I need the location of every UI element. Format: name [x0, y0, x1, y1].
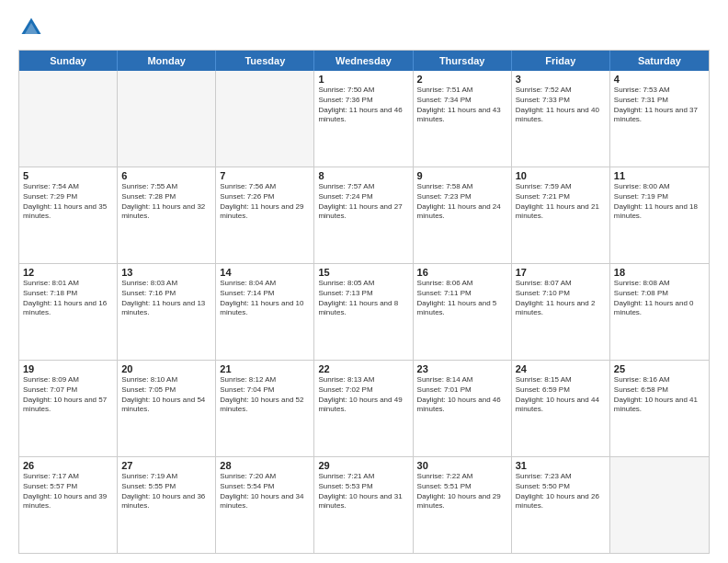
day-number: 11 [614, 170, 705, 181]
day-cell: 14Sunrise: 8:04 AM Sunset: 7:14 PM Dayli… [216, 264, 314, 360]
calendar-row: 12Sunrise: 8:01 AM Sunset: 7:18 PM Dayli… [19, 263, 709, 360]
day-cell: 16Sunrise: 8:06 AM Sunset: 7:11 PM Dayli… [414, 264, 512, 360]
day-number: 24 [516, 363, 606, 374]
day-cell: 11Sunrise: 8:00 AM Sunset: 7:19 PM Dayli… [610, 167, 709, 263]
day-number: 3 [516, 74, 606, 85]
day-info: Sunrise: 7:50 AM Sunset: 7:36 PM Dayligh… [318, 86, 408, 125]
day-number: 22 [318, 363, 408, 374]
day-info: Sunrise: 7:21 AM Sunset: 5:53 PM Dayligh… [318, 472, 408, 511]
day-info: Sunrise: 8:15 AM Sunset: 6:59 PM Dayligh… [516, 375, 606, 415]
day-cell: 23Sunrise: 8:14 AM Sunset: 7:01 PM Dayli… [414, 361, 512, 456]
day-info: Sunrise: 7:17 AM Sunset: 5:57 PM Dayligh… [23, 472, 113, 511]
day-cell: 28Sunrise: 7:20 AM Sunset: 5:54 PM Dayli… [216, 457, 314, 553]
day-cell: 30Sunrise: 7:22 AM Sunset: 5:51 PM Dayli… [414, 457, 512, 553]
page: SundayMondayTuesdayWednesdayThursdayFrid… [0, 0, 728, 563]
day-info: Sunrise: 8:05 AM Sunset: 7:13 PM Dayligh… [318, 279, 408, 318]
day-number: 5 [23, 170, 113, 181]
day-info: Sunrise: 8:00 AM Sunset: 7:19 PM Dayligh… [614, 182, 705, 222]
day-number: 18 [614, 267, 705, 278]
weekday-header: Saturday [610, 51, 709, 71]
day-cell: 22Sunrise: 8:13 AM Sunset: 7:02 PM Dayli… [314, 361, 413, 456]
day-info: Sunrise: 8:08 AM Sunset: 7:08 PM Dayligh… [614, 279, 705, 318]
day-cell: 20Sunrise: 8:10 AM Sunset: 7:05 PM Dayli… [118, 361, 216, 456]
day-info: Sunrise: 7:22 AM Sunset: 5:51 PM Dayligh… [417, 472, 507, 511]
calendar: SundayMondayTuesdayWednesdayThursdayFrid… [18, 50, 710, 554]
day-cell: 5Sunrise: 7:54 AM Sunset: 7:29 PM Daylig… [19, 167, 118, 263]
calendar-row: 19Sunrise: 8:09 AM Sunset: 7:07 PM Dayli… [19, 360, 709, 456]
day-cell: 29Sunrise: 7:21 AM Sunset: 5:53 PM Dayli… [314, 457, 413, 553]
day-info: Sunrise: 7:54 AM Sunset: 7:29 PM Dayligh… [23, 182, 113, 222]
logo [18, 15, 48, 40]
day-number: 29 [318, 460, 408, 471]
day-info: Sunrise: 8:01 AM Sunset: 7:18 PM Dayligh… [23, 279, 113, 318]
day-cell: 26Sunrise: 7:17 AM Sunset: 5:57 PM Dayli… [19, 457, 118, 553]
empty-cell [118, 71, 216, 167]
day-cell: 8Sunrise: 7:57 AM Sunset: 7:24 PM Daylig… [314, 167, 413, 263]
day-info: Sunrise: 7:51 AM Sunset: 7:34 PM Dayligh… [417, 86, 507, 125]
weekday-header: Wednesday [314, 51, 413, 71]
day-number: 10 [516, 170, 606, 181]
header [18, 15, 710, 40]
day-info: Sunrise: 8:06 AM Sunset: 7:11 PM Dayligh… [417, 279, 507, 318]
day-cell: 1Sunrise: 7:50 AM Sunset: 7:36 PM Daylig… [314, 71, 413, 167]
day-number: 8 [318, 170, 408, 181]
day-number: 16 [417, 267, 507, 278]
day-cell: 7Sunrise: 7:56 AM Sunset: 7:26 PM Daylig… [216, 167, 314, 263]
day-number: 1 [318, 74, 408, 85]
day-number: 27 [121, 460, 211, 471]
logo-icon [18, 15, 44, 40]
day-number: 26 [23, 460, 113, 471]
day-info: Sunrise: 7:52 AM Sunset: 7:33 PM Dayligh… [516, 86, 606, 125]
calendar-row: 5Sunrise: 7:54 AM Sunset: 7:29 PM Daylig… [19, 167, 709, 263]
day-number: 20 [121, 363, 211, 374]
day-number: 2 [417, 74, 507, 85]
day-number: 15 [318, 267, 408, 278]
day-info: Sunrise: 7:53 AM Sunset: 7:31 PM Dayligh… [614, 86, 705, 125]
day-info: Sunrise: 7:23 AM Sunset: 5:50 PM Dayligh… [516, 472, 606, 511]
day-cell: 9Sunrise: 7:58 AM Sunset: 7:23 PM Daylig… [414, 167, 512, 263]
day-info: Sunrise: 8:16 AM Sunset: 6:58 PM Dayligh… [614, 375, 705, 415]
day-info: Sunrise: 7:55 AM Sunset: 7:28 PM Dayligh… [121, 182, 211, 222]
day-info: Sunrise: 8:14 AM Sunset: 7:01 PM Dayligh… [417, 375, 507, 415]
calendar-row: 26Sunrise: 7:17 AM Sunset: 5:57 PM Dayli… [19, 456, 709, 553]
day-info: Sunrise: 8:09 AM Sunset: 7:07 PM Dayligh… [23, 375, 113, 415]
day-info: Sunrise: 8:03 AM Sunset: 7:16 PM Dayligh… [121, 279, 211, 318]
day-info: Sunrise: 7:59 AM Sunset: 7:21 PM Dayligh… [516, 182, 606, 222]
day-cell: 31Sunrise: 7:23 AM Sunset: 5:50 PM Dayli… [512, 457, 610, 553]
day-number: 13 [121, 267, 211, 278]
day-number: 23 [417, 363, 507, 374]
day-cell: 6Sunrise: 7:55 AM Sunset: 7:28 PM Daylig… [118, 167, 216, 263]
day-info: Sunrise: 8:10 AM Sunset: 7:05 PM Dayligh… [121, 375, 211, 415]
weekday-header: Tuesday [216, 51, 314, 71]
empty-cell [610, 457, 709, 553]
calendar-body: 1Sunrise: 7:50 AM Sunset: 7:36 PM Daylig… [19, 71, 709, 553]
day-cell: 4Sunrise: 7:53 AM Sunset: 7:31 PM Daylig… [610, 71, 709, 167]
day-cell: 12Sunrise: 8:01 AM Sunset: 7:18 PM Dayli… [19, 264, 118, 360]
day-cell: 3Sunrise: 7:52 AM Sunset: 7:33 PM Daylig… [512, 71, 610, 167]
day-cell: 2Sunrise: 7:51 AM Sunset: 7:34 PM Daylig… [414, 71, 512, 167]
day-number: 4 [614, 74, 705, 85]
day-number: 12 [23, 267, 113, 278]
day-info: Sunrise: 8:13 AM Sunset: 7:02 PM Dayligh… [318, 375, 408, 415]
day-number: 19 [23, 363, 113, 374]
day-number: 14 [220, 267, 310, 278]
day-number: 7 [220, 170, 310, 181]
day-cell: 13Sunrise: 8:03 AM Sunset: 7:16 PM Dayli… [118, 264, 216, 360]
day-cell: 21Sunrise: 8:12 AM Sunset: 7:04 PM Dayli… [216, 361, 314, 456]
day-cell: 19Sunrise: 8:09 AM Sunset: 7:07 PM Dayli… [19, 361, 118, 456]
day-number: 17 [516, 267, 606, 278]
day-info: Sunrise: 7:58 AM Sunset: 7:23 PM Dayligh… [417, 182, 507, 222]
day-number: 30 [417, 460, 507, 471]
day-info: Sunrise: 8:04 AM Sunset: 7:14 PM Dayligh… [220, 279, 310, 318]
day-info: Sunrise: 7:20 AM Sunset: 5:54 PM Dayligh… [220, 472, 310, 511]
day-cell: 17Sunrise: 8:07 AM Sunset: 7:10 PM Dayli… [512, 264, 610, 360]
day-cell: 27Sunrise: 7:19 AM Sunset: 5:55 PM Dayli… [118, 457, 216, 553]
day-info: Sunrise: 7:57 AM Sunset: 7:24 PM Dayligh… [318, 182, 408, 222]
day-number: 28 [220, 460, 310, 471]
weekday-header: Friday [512, 51, 610, 71]
calendar-row: 1Sunrise: 7:50 AM Sunset: 7:36 PM Daylig… [19, 71, 709, 167]
day-number: 9 [417, 170, 507, 181]
day-cell: 24Sunrise: 8:15 AM Sunset: 6:59 PM Dayli… [512, 361, 610, 456]
day-info: Sunrise: 8:12 AM Sunset: 7:04 PM Dayligh… [220, 375, 310, 415]
empty-cell [19, 71, 118, 167]
